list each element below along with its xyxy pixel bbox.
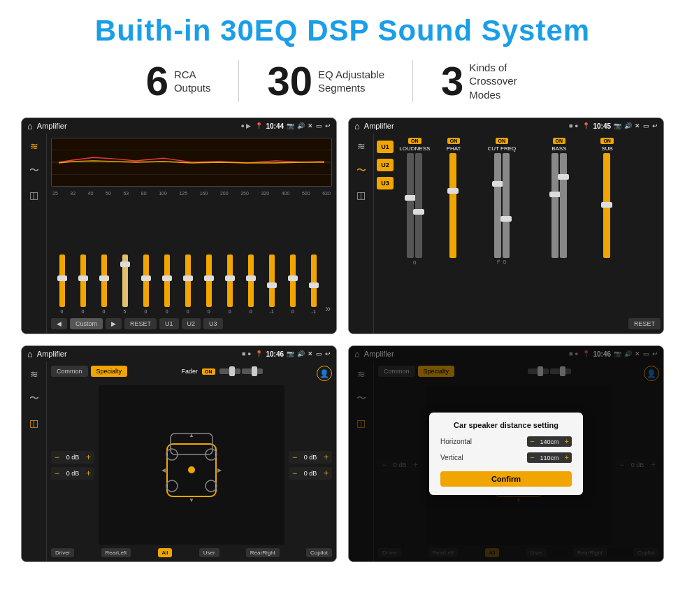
- fader-on-badge: ON: [202, 368, 215, 375]
- crossover-screen: ⌂ Amplifier ■ ● 📍 10:45 📷 🔊 ✕ ▭ ↩ ≋ 〜 ◫: [348, 117, 664, 334]
- eq-slider-7[interactable]: 0: [178, 255, 197, 314]
- copilot-button[interactable]: Copilot: [306, 548, 332, 557]
- eq-slider-3[interactable]: 0: [94, 255, 113, 314]
- fader-home-icon[interactable]: ⌂: [27, 349, 33, 359]
- crossover-reset-area: RESET: [628, 316, 661, 329]
- eq-home-icon[interactable]: ⌂: [27, 121, 33, 131]
- svg-text:▶: ▶: [217, 467, 222, 473]
- sub-col: ON SUB: [589, 138, 626, 258]
- fd-filter-icon[interactable]: ≋: [30, 368, 38, 380]
- location-icon: 📍: [255, 122, 263, 129]
- eq-prev-button[interactable]: ◀: [51, 318, 67, 329]
- fader-h-slider-1[interactable]: [219, 368, 240, 374]
- fader-app-title: Amplifier: [37, 350, 238, 358]
- camera-icon-2: 📷: [614, 122, 621, 129]
- window-icon: ▭: [316, 122, 322, 129]
- eq-slider-11[interactable]: -1: [262, 255, 281, 314]
- person-icon[interactable]: 👤: [317, 366, 332, 381]
- crossover-home-icon[interactable]: ⌂: [354, 121, 360, 131]
- horizontal-decrease-button[interactable]: −: [530, 438, 534, 445]
- fader-controls: Fader ON: [182, 368, 263, 375]
- vol-decrease-fl[interactable]: −: [55, 452, 59, 462]
- eq-slider-5[interactable]: 0: [136, 255, 155, 314]
- phat-label: PHAT: [447, 145, 461, 152]
- eq-slider-9[interactable]: 0: [220, 255, 239, 314]
- vertical-increase-button[interactable]: +: [565, 454, 569, 461]
- sub-slider: [603, 153, 612, 258]
- specialty-tab[interactable]: Specialty: [91, 366, 128, 377]
- bass-col: ON BASS: [531, 138, 586, 258]
- back-icon-2[interactable]: ↩: [652, 122, 658, 129]
- fader-screen-content: ≋ 〜 ◫ Common Specialty Fader ON: [22, 361, 336, 561]
- vol-val-fl: 0 dB: [62, 454, 83, 461]
- horizontal-increase-button[interactable]: +: [565, 438, 569, 445]
- rear-left-button[interactable]: RearLeft: [101, 548, 131, 557]
- stat-eq-label: EQ AdjustableSegments: [318, 68, 384, 95]
- fader-label: Fader: [182, 368, 199, 375]
- eq-u3-button[interactable]: U3: [203, 318, 223, 329]
- loudness-on-badge: ON: [408, 138, 421, 144]
- vol-increase-fr[interactable]: +: [324, 452, 329, 462]
- stat-rca-number: 6: [146, 61, 168, 101]
- eq-slider-2[interactable]: 0: [73, 255, 92, 314]
- vol-increase-rr[interactable]: +: [324, 468, 329, 478]
- fader-h-slider-2[interactable]: [242, 368, 263, 374]
- eq-slider-6[interactable]: 0: [157, 255, 176, 314]
- phat-slider: [449, 153, 458, 258]
- crossover-status-bar: ⌂ Amplifier ■ ● 📍 10:45 📷 🔊 ✕ ▭ ↩: [349, 118, 663, 134]
- vol-decrease-rr[interactable]: −: [292, 468, 297, 478]
- vol-increase-fl[interactable]: +: [86, 452, 91, 462]
- svg-point-10: [188, 466, 195, 473]
- vertical-decrease-button[interactable]: −: [530, 454, 534, 461]
- all-button[interactable]: All: [158, 548, 173, 557]
- eq-filter-icon[interactable]: ≋: [30, 141, 38, 152]
- confirm-button[interactable]: Confirm: [440, 471, 572, 487]
- location-icon-3: 📍: [255, 350, 263, 357]
- eq-controls: ◀ Custom ▶ RESET U1 U2 U3: [51, 318, 332, 329]
- screenshots-grid: ⌂ Amplifier ● ▶ 📍 10:44 📷 🔊 ✕ ▭ ↩ ≋ 〜 ◫: [21, 117, 664, 562]
- eq-wave-icon[interactable]: 〜: [29, 164, 39, 177]
- fd-wave-icon[interactable]: 〜: [29, 392, 39, 405]
- window-icon-3: ▭: [316, 350, 322, 357]
- back-icon[interactable]: ↩: [325, 122, 331, 129]
- vol-decrease-fr[interactable]: −: [292, 452, 297, 462]
- u2-button[interactable]: U2: [377, 159, 394, 171]
- vol-increase-rl[interactable]: +: [86, 468, 91, 478]
- cr-speaker-icon[interactable]: ◫: [356, 189, 366, 201]
- u3-button[interactable]: U3: [377, 177, 394, 189]
- eq-more-icon[interactable]: »: [325, 303, 331, 314]
- crossover-main-area: U1 U2 U3 ON LOUDNESS: [374, 134, 663, 334]
- eq-slider-1[interactable]: 0: [52, 255, 71, 314]
- crossover-reset-button[interactable]: RESET: [628, 318, 661, 329]
- eq-play-button[interactable]: ▶: [106, 318, 122, 329]
- eq-u2-button[interactable]: U2: [182, 318, 201, 329]
- svg-text:▼: ▼: [189, 497, 194, 503]
- eq-slider-4[interactable]: 5: [115, 255, 134, 314]
- stat-rca: 6 RCAOutputs: [118, 61, 239, 101]
- crossover-dot-icons: ■ ●: [569, 122, 578, 129]
- eq-reset-button[interactable]: RESET: [124, 318, 157, 329]
- eq-slider-13[interactable]: -1: [304, 255, 323, 314]
- cr-wave-icon[interactable]: 〜: [356, 164, 366, 177]
- eq-slider-12[interactable]: 0: [283, 255, 302, 314]
- u1-button[interactable]: U1: [377, 141, 394, 153]
- cr-filter-icon[interactable]: ≋: [357, 141, 366, 152]
- vol-decrease-rl[interactable]: −: [55, 468, 59, 478]
- driver-button[interactable]: Driver: [51, 548, 74, 557]
- page-title: Buith-in 30EQ DSP Sound System: [21, 14, 664, 48]
- user-button[interactable]: User: [199, 548, 219, 557]
- eq-slider-10[interactable]: 0: [241, 255, 260, 314]
- common-tab[interactable]: Common: [51, 366, 88, 377]
- stat-eq-number: 30: [267, 61, 312, 101]
- loudness-label: LOUDNESS: [399, 145, 430, 152]
- fd-speaker-icon[interactable]: ◫: [29, 417, 38, 429]
- fader-top-row: Common Specialty Fader ON: [51, 366, 332, 381]
- eq-custom-button[interactable]: Custom: [70, 318, 103, 329]
- eq-slider-8[interactable]: 0: [199, 255, 218, 314]
- rear-right-button[interactable]: RearRight: [246, 548, 280, 557]
- back-icon-3[interactable]: ↩: [325, 350, 331, 357]
- eq-u1-button[interactable]: U1: [159, 318, 179, 329]
- bass-label: BASS: [551, 145, 566, 152]
- fader-h-sliders: [219, 368, 263, 374]
- eq-speaker-icon[interactable]: ◫: [29, 189, 38, 201]
